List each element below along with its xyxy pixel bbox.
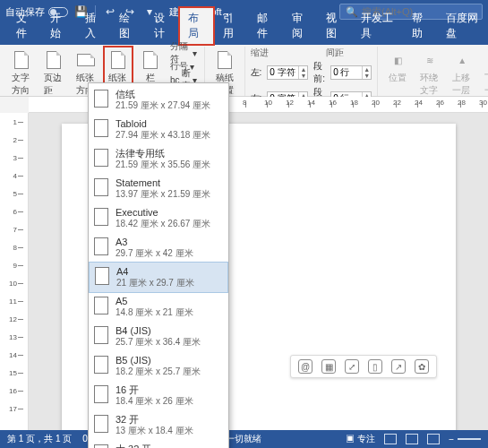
paper-thumb-icon: [94, 415, 108, 433]
paper-option-name: A5: [116, 296, 193, 307]
paper-option-name: B4 (JIS): [116, 325, 201, 337]
status-page[interactable]: 第 1 页，共 1 页: [7, 433, 72, 445]
tab-视图[interactable]: 视图: [317, 7, 351, 45]
paper-thumb-icon: [94, 178, 108, 196]
group-arrange: ◧位置 ≋环绕文字 ▲上移一层 ▼下移一层 排列: [380, 47, 488, 96]
paper-option-大 32 开[interactable]: 大 32 开14 厘米 x 20.3 厘米: [89, 440, 228, 448]
paper-option-dim: 27.94 厘米 x 43.18 厘米: [116, 130, 210, 141]
tab-布局[interactable]: 布局: [179, 7, 213, 45]
zoom-controls[interactable]: −: [449, 435, 481, 444]
zoom-out-icon[interactable]: −: [449, 435, 454, 444]
spin-arrows-icon[interactable]: ▲▼: [298, 66, 307, 79]
position-button: ◧位置: [383, 47, 412, 87]
tab-邮件[interactable]: 邮件: [248, 7, 282, 45]
columns-button[interactable]: 栏: [136, 47, 165, 87]
ribbon: 文字方向 页边距 纸张方向 纸张大小 栏 分隔符 ▾ 行号 ▾ bc 断字: [0, 45, 488, 97]
paper-option-name: 大 32 开: [116, 444, 193, 448]
vertical-ruler[interactable]: 1234567891011121314151617: [0, 113, 29, 430]
tab-帮助[interactable]: 帮助: [403, 7, 437, 45]
paper-option-16 开[interactable]: 16 开18.4 厘米 x 26 厘米: [89, 381, 228, 410]
paper-thumb-icon: [94, 149, 108, 167]
tab-开发工具[interactable]: 开发工具: [352, 7, 403, 45]
paper-option-A3[interactable]: A329.7 厘米 x 42 厘米: [89, 233, 228, 263]
paper-option-name: Tabloid: [116, 118, 210, 130]
floating-toolbar: @ ▦ ⤢ ▯ ↗ ✿: [290, 355, 437, 378]
paper-thumb-icon: [94, 297, 108, 314]
margins-label: 页边距: [44, 72, 64, 97]
view-read-mode-icon[interactable]: [406, 434, 418, 444]
paper-option-Tabloid[interactable]: Tabloid27.94 厘米 x 43.18 厘米: [89, 115, 228, 144]
spin-arrows-icon[interactable]: ▲▼: [362, 66, 371, 79]
status-focus[interactable]: ▣ 专注: [346, 433, 375, 445]
float-settings-icon[interactable]: ✿: [415, 359, 429, 374]
send-backward-button: ▼下移一层: [480, 47, 488, 99]
paper-option-A5[interactable]: A514.8 厘米 x 21 厘米: [89, 292, 228, 322]
tab-百度网盘[interactable]: 百度网盘: [437, 7, 488, 45]
spacing-header: 间距: [326, 47, 344, 59]
paper-thumb-icon: [94, 444, 108, 448]
paper-thumb-icon: [94, 385, 108, 403]
paper-option-Executive[interactable]: Executive18.42 厘米 x 26.67 厘米: [89, 203, 228, 233]
paper-option-name: A3: [116, 237, 193, 248]
tab-插入[interactable]: 插入: [76, 7, 110, 45]
status-bar: 第 1 页，共 1 页 0 个字 中文(中国) ♿ 辅助功能: 一切就绪 ▣ 专…: [0, 430, 488, 448]
tab-设计[interactable]: 设计: [145, 7, 179, 45]
paper-option-A4[interactable]: A421 厘米 x 29.7 厘米: [89, 262, 228, 293]
zoom-slider[interactable]: [458, 438, 481, 440]
tab-文件[interactable]: 文件: [7, 7, 41, 45]
text-direction-button[interactable]: 文字方向: [7, 47, 36, 99]
paper-option-dim: 13 厘米 x 18.4 厘米: [116, 426, 193, 436]
paper-option-B5 (JIS)[interactable]: B5 (JIS)18.2 厘米 x 25.7 厘米: [89, 351, 228, 381]
tab-引用[interactable]: 引用: [214, 7, 248, 45]
breaks-button[interactable]: 分隔符 ▾: [168, 47, 199, 59]
paper-option-32 开[interactable]: 32 开13 厘米 x 18.4 厘米: [89, 410, 228, 440]
float-share-icon[interactable]: ↗: [391, 359, 406, 374]
paper-option-dim: 14.8 厘米 x 21 厘米: [116, 307, 193, 318]
tab-绘图[interactable]: 绘图: [110, 7, 144, 45]
paper-option-dim: 25.7 厘米 x 36.4 厘米: [116, 337, 201, 348]
margins-button[interactable]: 页边距: [39, 47, 68, 99]
paper-thumb-icon: [94, 356, 108, 374]
space-before-spin[interactable]: ▲▼: [330, 65, 372, 80]
paper-option-Statement[interactable]: Statement13.97 厘米 x 21.59 厘米: [89, 174, 228, 203]
view-web-layout-icon[interactable]: [427, 434, 440, 444]
paper-option-dim: 21.59 厘米 x 35.56 厘米: [116, 159, 210, 170]
paper-option-name: 信纸: [116, 89, 210, 100]
space-before-label: 段前:: [313, 60, 325, 85]
indent-left-label: 左:: [251, 66, 262, 79]
paper-thumb-icon: [94, 119, 108, 137]
float-view-icon[interactable]: ▦: [321, 359, 336, 374]
indent-left-spin[interactable]: ▲▼: [267, 65, 308, 80]
paper-thumb-icon: [94, 208, 108, 226]
paper-option-dim: 18.2 厘米 x 25.7 厘米: [116, 366, 201, 377]
tab-审阅[interactable]: 审阅: [283, 7, 317, 45]
paper-option-dim: 18.4 厘米 x 26 厘米: [116, 396, 193, 407]
paper-option-信纸[interactable]: 信纸21.59 厘米 x 27.94 厘米: [89, 85, 228, 115]
paper-option-dim: 21 厘米 x 29.7 厘米: [116, 278, 194, 289]
float-bookmark-icon[interactable]: ▯: [368, 359, 382, 374]
paper-option-dim: 18.42 厘米 x 26.67 厘米: [116, 219, 210, 229]
wrap-text-button: ≋环绕文字: [415, 47, 444, 99]
paper-option-dim: 13.97 厘米 x 21.59 厘米: [116, 189, 210, 200]
view-print-layout-icon[interactable]: [384, 434, 397, 444]
paper-option-name: 32 开: [116, 414, 193, 426]
paper-option-法律专用纸[interactable]: 法律专用纸21.59 厘米 x 35.56 厘米: [89, 144, 228, 174]
paper-option-name: Statement: [116, 177, 210, 189]
text-direction-label: 文字方向: [12, 72, 31, 97]
paper-thumb-icon: [94, 237, 108, 255]
paper-option-name: 16 开: [116, 384, 193, 396]
paper-option-dim: 21.59 厘米 x 27.94 厘米: [116, 100, 210, 111]
paper-option-name: Executive: [116, 207, 210, 219]
ribbon-tabs: 文件开始插入绘图设计布局引用邮件审阅视图开发工具帮助百度网盘: [0, 23, 488, 45]
float-locate-icon[interactable]: @: [298, 359, 312, 374]
toggle-off-icon: [48, 7, 68, 17]
bring-forward-button: ▲上移一层: [448, 47, 476, 99]
paper-size-dropdown: 信纸21.59 厘米 x 27.94 厘米Tabloid27.94 厘米 x 4…: [88, 82, 229, 448]
indent-header: 缩进: [251, 47, 269, 59]
paper-option-name: A4: [116, 266, 194, 278]
paper-option-dim: 29.7 厘米 x 42 厘米: [116, 248, 193, 259]
paper-thumb-icon: [95, 267, 109, 285]
group-paragraph: 缩进 间距 左: ▲▼ 段前: ▲▼ 右: ▲▼ 段后: ▲▼ 段落: [247, 47, 379, 96]
float-fullscreen-icon[interactable]: ⤢: [345, 359, 359, 374]
paper-option-B4 (JIS)[interactable]: B4 (JIS)25.7 厘米 x 36.4 厘米: [89, 322, 228, 351]
